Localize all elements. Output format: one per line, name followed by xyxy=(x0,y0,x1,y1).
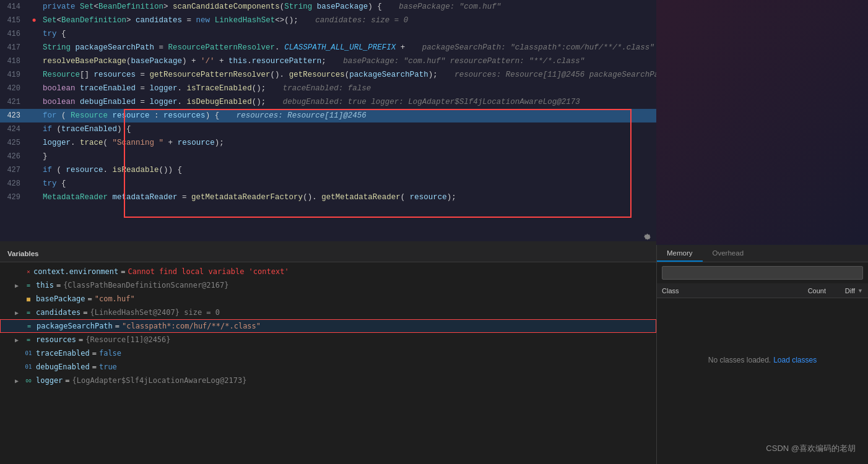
memory-table-header: Class Count Diff ▼ xyxy=(657,283,868,298)
gutter-415: ● xyxy=(28,14,40,27)
code-line-417: 417 String packageSearchPath = ResourceP… xyxy=(0,41,656,54)
code-line-414: 414 private Set<BeanDefinition> scanCand… xyxy=(0,0,656,14)
line-number-429: 429 xyxy=(0,191,28,204)
line-number-426: 426 xyxy=(0,150,28,163)
line-number-425: 425 xyxy=(0,136,28,150)
variable-logger[interactable]: ▶ oo logger = {LogAdapter$Slf4jLocationA… xyxy=(0,374,656,387)
code-line-423: 423 for ( Resource resource : resources)… xyxy=(0,109,656,122)
variable-packagesearchpath[interactable]: = packageSearchPath = "classpath*:com/hu… xyxy=(0,319,656,333)
variable-resources[interactable]: ▶ = resources = {Resource[11]@2456} xyxy=(0,333,656,346)
code-line-415: 415 ● Set<BeanDefinition> candidates = n… xyxy=(0,14,656,27)
code-line-419: 419 Resource[] resources = getResourcePa… xyxy=(0,68,656,82)
load-classes-link[interactable]: Load classes xyxy=(773,356,817,364)
line-content-414: private Set<BeanDefinition> scanCandidat… xyxy=(40,0,656,14)
variables-panel: Variables ✕ context.environment = Cannot… xyxy=(0,245,656,464)
line-number-417: 417 xyxy=(0,41,28,54)
code-line-424: 424 if (traceEnabled) { xyxy=(0,122,656,136)
expand-resources-icon[interactable]: ▶ xyxy=(15,337,24,343)
code-line-428: 428 try { xyxy=(0,177,656,191)
line-content-420: boolean traceEnabled = logger. isTraceEn… xyxy=(40,82,656,95)
variable-candidates[interactable]: ▶ = candidates = {LinkedHashSet@2407} si… xyxy=(0,306,656,319)
line-number-423: 423 xyxy=(0,109,28,122)
line-number-419: 419 xyxy=(0,68,28,82)
line-number-424: 424 xyxy=(0,122,28,136)
line-content-429: MetadataReader metadataReader = getMetad… xyxy=(40,191,656,204)
line-content-427: if ( resource. isReadable()) { xyxy=(40,163,656,177)
line-number-414: 414 xyxy=(0,0,28,14)
memory-search-area xyxy=(657,262,868,283)
tab-overhead[interactable]: Overhead xyxy=(703,245,754,262)
no-classes-message: No classes loaded. Load classes xyxy=(657,298,868,422)
line-content-415: Set<BeanDefinition> candidates = new Lin… xyxy=(40,14,656,27)
line-content-419: Resource[] resources = getResourcePatter… xyxy=(40,68,656,82)
code-line-426: 426 } xyxy=(0,150,656,163)
memory-panel-tabs: Memory Overhead xyxy=(657,245,868,262)
code-line-421: 421 boolean debugEnabled = logger. isDeb… xyxy=(0,95,656,109)
line-content-423: for ( Resource resource : resources) { r… xyxy=(40,109,656,122)
var-type-icon-packagesearchpath: = xyxy=(24,323,34,330)
line-number-427: 427 xyxy=(0,163,28,177)
expand-candidates-icon[interactable]: ▶ xyxy=(15,309,24,316)
var-type-icon-resources: = xyxy=(24,337,33,343)
line-number-420: 420 xyxy=(0,82,28,95)
var-type-icon-basepackage: ■ xyxy=(24,296,33,303)
memory-col-diff-header[interactable]: Diff ▼ xyxy=(826,287,863,294)
expand-this-icon[interactable]: ▶ xyxy=(15,282,24,289)
line-content-424: if (traceEnabled) { xyxy=(40,122,656,136)
editor-area: 414 private Set<BeanDefinition> scanCand… xyxy=(0,0,656,241)
code-line-416: 416 try { xyxy=(0,27,656,41)
variable-debugenabled[interactable]: 01 debugEnabled = true xyxy=(0,360,656,374)
variable-this[interactable]: ▶ = this = {ClassPathBeanDefinitionScann… xyxy=(0,278,656,292)
tab-memory[interactable]: Memory xyxy=(657,245,703,262)
var-type-icon-debugenabled: 01 xyxy=(24,364,33,370)
code-line-425: 425 logger. trace( "Scanning " + resourc… xyxy=(0,136,656,150)
code-line-429: 429 MetadataReader metadataReader = getM… xyxy=(0,191,656,204)
expand-logger-icon[interactable]: ▶ xyxy=(15,377,24,384)
line-content-425: logger. trace( "Scanning " + resource); xyxy=(40,136,656,150)
line-content-416: try { xyxy=(40,27,656,41)
error-icon: ✕ xyxy=(24,269,33,275)
watermark: CSDN @喜欢编码的老胡 xyxy=(766,443,856,454)
line-content-421: boolean debugEnabled = logger. isDebugEn… xyxy=(40,95,656,109)
var-type-icon-logger: oo xyxy=(24,378,33,384)
line-number-416: 416 xyxy=(0,27,28,41)
code-line-418: 418 resolveBasePackage(basePackage) + '/… xyxy=(0,54,656,68)
line-content-428: try { xyxy=(40,177,656,191)
line-number-418: 418 xyxy=(0,54,28,68)
memory-col-count-header: Count xyxy=(776,287,826,294)
line-number-421: 421 xyxy=(0,95,28,109)
code-line-420: 420 boolean traceEnabled = logger. isTra… xyxy=(0,82,656,95)
variable-basepackage[interactable]: ■ basePackage = "com.huf" xyxy=(0,292,656,306)
variables-list: ✕ context.environment = Cannot find loca… xyxy=(0,262,656,390)
memory-col-class-header: Class xyxy=(662,287,776,294)
memory-search-input[interactable] xyxy=(662,266,863,280)
var-type-icon-candidates: = xyxy=(24,309,33,316)
line-number-428: 428 xyxy=(0,177,28,191)
sort-arrow-icon: ▼ xyxy=(857,288,863,294)
code-line-427: 427 if ( resource. isReadable()) { xyxy=(0,163,656,177)
settings-gear-button[interactable] xyxy=(639,229,655,245)
line-content-426: } xyxy=(40,150,656,163)
line-number-415: 415 xyxy=(0,14,28,27)
variable-traceenabled[interactable]: 01 traceEnabled = false xyxy=(0,346,656,360)
variable-context-env[interactable]: ✕ context.environment = Cannot find loca… xyxy=(0,265,656,278)
memory-panel: Memory Overhead Class Count Diff ▼ No cl… xyxy=(656,245,868,464)
line-content-417: String packageSearchPath = ResourcePatte… xyxy=(40,41,656,54)
var-type-icon-this: = xyxy=(24,282,33,289)
var-type-icon-traceenabled: 01 xyxy=(24,350,33,356)
line-content-418: resolveBasePackage(basePackage) + '/' + … xyxy=(40,54,656,68)
variables-panel-header: Variables xyxy=(0,245,656,262)
